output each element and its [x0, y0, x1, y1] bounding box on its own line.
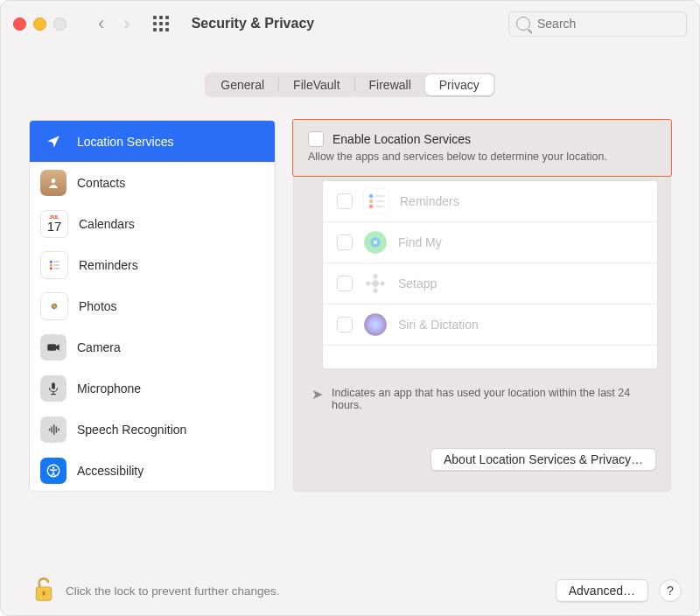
- svg-rect-19: [53, 424, 55, 435]
- sidebar-item-microphone[interactable]: Microphone: [30, 368, 275, 409]
- enable-location-label: Enable Location Services: [332, 132, 471, 146]
- app-checkbox[interactable]: [337, 276, 353, 291]
- tabs: General FileVault Firewall Privacy: [1, 73, 699, 97]
- segmented-control: General FileVault Firewall Privacy: [205, 73, 494, 97]
- enable-location-checkbox[interactable]: [308, 131, 324, 147]
- svg-rect-14: [52, 382, 55, 389]
- zoom-window-button[interactable]: [53, 18, 66, 31]
- app-checkbox[interactable]: [337, 317, 353, 332]
- app-label: Siri & Dictation: [398, 318, 479, 332]
- app-checkbox[interactable]: [337, 193, 353, 209]
- svg-rect-29: [375, 206, 385, 207]
- svg-rect-18: [51, 426, 52, 433]
- sidebar-item-label: Microphone: [77, 382, 141, 396]
- app-checkbox[interactable]: [337, 234, 353, 250]
- sidebar-item-camera[interactable]: Camera: [30, 326, 275, 368]
- location-indicator-note: ➤ Indicates an app that has used your lo…: [294, 369, 670, 411]
- tab-filevault[interactable]: FileVault: [279, 74, 354, 95]
- location-apps-list[interactable]: Reminders Find My Setapp: [322, 180, 658, 369]
- lock-hint-text: Click the lock to prevent further change…: [66, 584, 280, 598]
- indicator-text: Indicates an app that has used your loca…: [332, 387, 654, 411]
- titlebar: ‹ › Security & Privacy: [1, 1, 699, 46]
- svg-rect-40: [42, 591, 45, 595]
- svg-point-5: [50, 267, 52, 270]
- calendar-icon: JUL 17: [40, 210, 68, 238]
- nav-arrows: ‹ ›: [98, 14, 130, 33]
- search-icon: [516, 17, 530, 31]
- sidebar-item-contacts[interactable]: Contacts: [30, 162, 275, 203]
- sidebar-item-label: Photos: [79, 299, 117, 313]
- help-button[interactable]: ?: [659, 579, 682, 602]
- preferences-window: ‹ › Security & Privacy General FileVault…: [0, 0, 700, 616]
- sidebar-item-accessibility[interactable]: Accessibility: [30, 450, 275, 491]
- app-row-more: [323, 346, 657, 368]
- svg-rect-35: [366, 281, 372, 287]
- location-arrow-icon: ➤: [312, 388, 323, 402]
- footer: Click the lock to prevent further change…: [1, 576, 699, 607]
- reminders-icon: [40, 251, 68, 279]
- tab-general[interactable]: General: [206, 74, 278, 95]
- svg-point-38: [364, 313, 387, 336]
- window-title: Security & Privacy: [192, 16, 315, 32]
- findmy-icon: [363, 230, 388, 255]
- tab-firewall[interactable]: Firewall: [355, 74, 425, 95]
- lock-icon[interactable]: [32, 576, 55, 607]
- app-row-siri[interactable]: Siri & Dictation: [323, 304, 657, 346]
- traffic-lights: [13, 18, 66, 31]
- sidebar-item-label: Location Services: [77, 135, 174, 149]
- svg-rect-17: [49, 428, 51, 430]
- enable-location-row: Enable Location Services Allow the apps …: [294, 121, 670, 168]
- about-location-button[interactable]: About Location Services & Privacy…: [430, 448, 656, 471]
- svg-rect-21: [58, 428, 60, 430]
- svg-rect-34: [373, 288, 379, 294]
- sidebar-item-label: Calendars: [79, 217, 135, 231]
- show-all-preferences-button[interactable]: [153, 16, 169, 32]
- svg-rect-6: [53, 268, 60, 270]
- sidebar-item-photos[interactable]: Photos: [30, 285, 275, 326]
- sidebar-item-reminders[interactable]: Reminders: [30, 244, 275, 285]
- search-field[interactable]: [508, 11, 687, 37]
- back-button[interactable]: ‹: [98, 14, 104, 33]
- svg-point-1: [50, 260, 52, 262]
- sidebar-item-label: Accessibility: [77, 464, 144, 478]
- svg-point-3: [50, 263, 52, 266]
- sidebar-item-location-services[interactable]: Location Services: [30, 121, 275, 162]
- reminders-icon: [363, 188, 389, 214]
- speech-icon: [40, 416, 66, 443]
- svg-point-23: [52, 466, 54, 468]
- setapp-icon: [363, 271, 388, 296]
- svg-rect-2: [53, 261, 60, 262]
- privacy-category-list[interactable]: Location Services Contacts JUL 17 Calend…: [29, 120, 276, 492]
- tab-privacy[interactable]: Privacy: [425, 74, 494, 95]
- location-arrow-icon: [40, 129, 66, 155]
- main-area: Location Services Contacts JUL 17 Calend…: [1, 97, 699, 492]
- svg-point-24: [369, 194, 374, 199]
- app-label: Setapp: [398, 276, 437, 290]
- microphone-icon: [40, 375, 66, 402]
- advanced-button[interactable]: Advanced…: [556, 579, 648, 602]
- camera-icon: [40, 334, 66, 360]
- svg-rect-13: [47, 344, 56, 351]
- sidebar-item-label: Reminders: [79, 258, 138, 272]
- enable-location-description: Allow the apps and services below to det…: [308, 150, 656, 163]
- minimize-window-button[interactable]: [33, 18, 46, 31]
- app-label: Reminders: [400, 194, 459, 208]
- sidebar-item-label: Camera: [77, 340, 121, 354]
- svg-rect-33: [373, 274, 379, 280]
- svg-rect-20: [56, 426, 58, 433]
- app-row-setapp[interactable]: Setapp: [323, 263, 657, 304]
- svg-rect-15: [52, 391, 53, 393]
- svg-rect-25: [375, 195, 385, 197]
- svg-rect-36: [380, 281, 386, 287]
- sidebar-item-speech-recognition[interactable]: Speech Recognition: [30, 409, 275, 450]
- forward-button[interactable]: ›: [123, 14, 130, 33]
- close-window-button[interactable]: [13, 18, 26, 31]
- app-row-reminders[interactable]: Reminders: [323, 181, 657, 222]
- svg-rect-4: [53, 264, 60, 266]
- svg-rect-37: [371, 279, 380, 288]
- app-row-find-my[interactable]: Find My: [323, 222, 657, 263]
- accessibility-icon: [40, 458, 66, 484]
- svg-point-28: [369, 205, 374, 209]
- search-input[interactable]: [536, 16, 653, 32]
- sidebar-item-calendars[interactable]: JUL 17 Calendars: [30, 203, 275, 244]
